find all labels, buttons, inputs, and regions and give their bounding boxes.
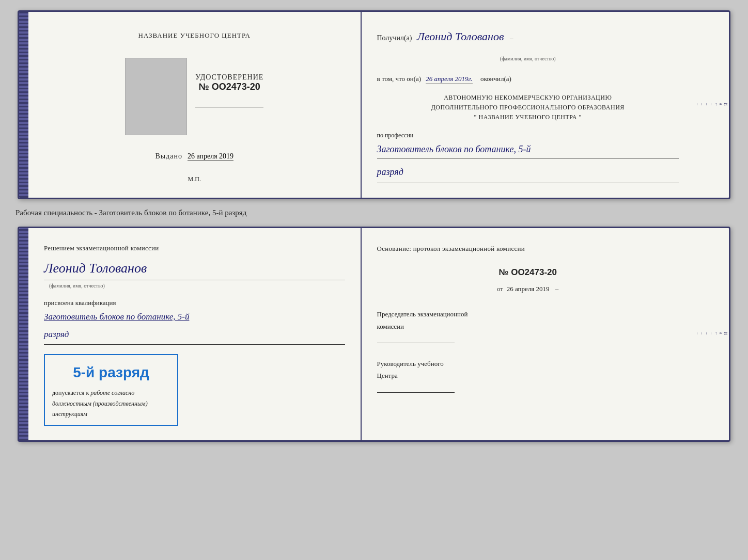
protocol-number: № OO2473-20 [377,265,679,281]
head-block: Руководитель учебного Центра [377,358,679,393]
org-text: АВТОНОМНУЮ НЕКОММЕРЧЕСКУЮ ОРГАНИЗАЦИЮ ДО… [377,93,679,123]
chairman-signature-line [377,343,455,343]
in-that-label: в том, что он(а) [377,75,422,83]
org-line3: " НАЗВАНИЕ УЧЕБНОГО ЦЕНТРА " [377,113,679,122]
top-cert-right: Получил(а) Леонид Толованов – (фамилия, … [362,12,695,198]
head-label: Руководитель учебного Центра [377,358,679,382]
from-label: от [497,285,503,293]
decision-text: Решением экзаменационной комиссии [44,243,345,254]
rank-box: 5-й разряд допускается к работе согласно… [44,354,178,426]
bottom-cert-right: Основание: протокол экзаменационной коми… [362,228,695,440]
date-line: в том, что он(а) 26 апреля 2019г. окончи… [377,73,679,85]
dash1: – [510,34,513,42]
bottom-left-stripe [19,228,28,440]
specialty-text: Рабочая специальность - Заготовитель бло… [10,209,246,217]
mp-label: М.П. [188,175,201,183]
bottom-certificate: Решением экзаменационной комиссии Леонид… [18,227,730,442]
qualification: Заготовитель блоков по ботанике, 5-й [44,311,345,323]
rank-top: разряд [377,164,679,183]
basis-text: Основание: протокол экзаменационной коми… [377,243,679,254]
qualification-label: присвоена квалификация [44,297,345,309]
finished-label: окончил(а) [480,75,511,83]
head-signature-line [377,392,455,393]
right-stripe: И а ← – – – – [694,12,729,198]
bottom-right-stripe: И а ← – – – – [694,228,729,440]
from-date: 26 апреля 2019 [507,285,550,293]
bottom-name: Леонид Толованов [44,257,345,280]
profession-label-top: по профессии [377,130,679,141]
recipient-name: Леонид Толованов [417,30,504,43]
received-line: Получил(а) Леонид Толованов – [377,26,679,47]
cert-title: УДОСТОВЕРЕНИЕ [195,73,263,82]
top-certificate: НАЗВАНИЕ УЧЕБНОГО ЦЕНТРА УДОСТОВЕРЕНИЕ №… [18,10,730,199]
from-date-line: от 26 апреля 2019 – [377,283,679,295]
top-cert-left: НАЗВАНИЕ УЧЕБНОГО ЦЕНТРА УДОСТОВЕРЕНИЕ №… [28,12,362,198]
left-stripe [19,12,28,198]
received-label: Получил(а) [377,34,412,42]
org-line1: АВТОНОМНУЮ НЕКОММЕРЧЕСКУЮ ОРГАНИЗАЦИЮ [377,93,679,103]
cert-number: № OO2473-20 [195,82,263,92]
bottom-name-sublabel: (фамилия, имя, отчество) [49,281,345,290]
cert-date: 26 апреля 2019г. [426,75,472,84]
bottom-cert-left: Решением экзаменационной комиссии Леонид… [28,228,362,440]
rank-box-title: 5-й разряд [52,360,170,385]
issued-date: 26 апреля 2019 [188,152,233,161]
profession-top: Заготовитель блоков по ботанике, 5-й [377,143,679,158]
chairman-block: Председатель экзаменационной комиссии [377,308,679,343]
allowed-label: допускается к работе согласно должностны… [52,388,170,419]
name-sublabel-top: (фамилия, имя, отчество) [377,54,679,63]
rank-bottom: разряд [44,327,345,345]
chairman-label: Председатель экзаменационной комиссии [377,308,679,332]
training-center-label: НАЗВАНИЕ УЧЕБНОГО ЦЕНТРА [138,31,251,40]
dash2: – [555,285,559,293]
issued-label: Выдано [155,152,182,160]
photo-placeholder [125,58,187,135]
org-line2: ДОПОЛНИТЕЛЬНОГО ПРОФЕССИОНАЛЬНОГО ОБРАЗО… [377,103,679,113]
